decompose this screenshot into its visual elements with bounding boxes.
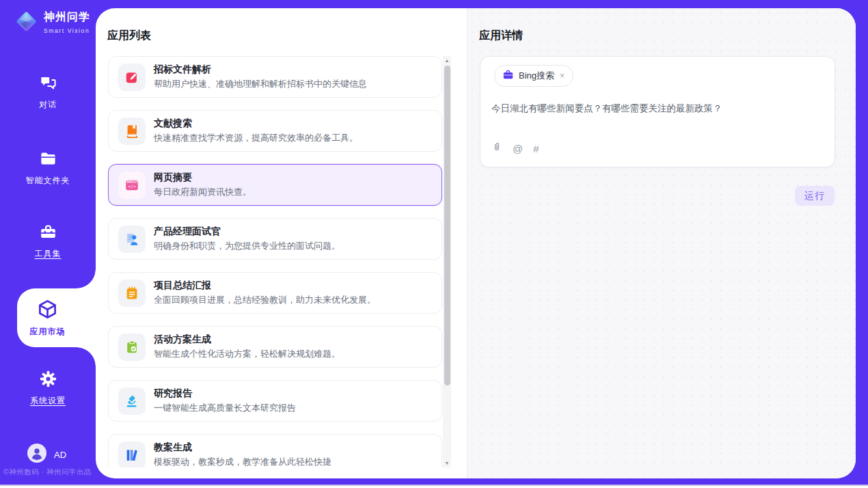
run-button[interactable]: 运行 (795, 186, 835, 206)
app-card-title: 项目总结汇报 (154, 280, 376, 292)
app-card-title: 文献搜索 (154, 118, 358, 130)
app-card-title: 产品经理面试官 (154, 226, 340, 238)
logo-subtitle: Smart Vision (44, 27, 90, 34)
app-detail-panel: 应用详情 Bing搜索 × 今日湖北有哪些新闻要点？有哪些需要关注的最新政策？ (467, 8, 856, 478)
app-card-title: 研究报告 (154, 388, 296, 400)
person-doc-icon (118, 226, 146, 253)
app-card-title: 活动方案生成 (154, 334, 340, 346)
app-card-desc: 模板驱动，教案秒成，教学准备从此轻松快捷 (154, 456, 331, 467)
app-list-scrollbar[interactable]: ▲ ▼ (443, 56, 451, 467)
app-card-desc: 全面回顾项目进展，总结经验教训，助力未来优化发展。 (154, 294, 376, 306)
logo-diamond-icon (14, 9, 39, 37)
scroll-up-icon[interactable]: ▲ (443, 56, 451, 65)
app-card-web-summary[interactable]: </> 网页摘要 每日政府新闻资讯快查。 (108, 164, 442, 206)
tool-tag-label: Bing搜索 (519, 70, 554, 82)
book-icon (118, 118, 146, 145)
app-card-desc: 一键智能生成高质量长文本研究报告 (154, 402, 296, 414)
sidebar-item-toolset[interactable]: 工具集 (0, 223, 96, 260)
books-icon (118, 442, 146, 468)
sidebar-item-label: 对话 (0, 99, 96, 111)
sidebar: 神州问学 Smart Vision 对话 智能文件夹 (0, 0, 96, 485)
copyright-footer: ©神州数码 · 神州问学出品 (3, 467, 96, 477)
query-input-card[interactable]: Bing搜索 × 今日湖北有哪些新闻要点？有哪些需要关注的最新政策？ @ # (480, 56, 835, 167)
app-window: 神州问学 Smart Vision 对话 智能文件夹 (0, 0, 868, 486)
clipboard-check-icon (118, 334, 146, 361)
bubble-curve-bottom (77, 347, 96, 366)
sidebar-item-label: 智能文件夹 (0, 175, 96, 187)
app-card-title: 教案生成 (154, 442, 331, 454)
sidebar-item-label: 应用市场 (30, 326, 66, 338)
scroll-down-icon[interactable]: ▼ (443, 459, 451, 467)
svg-text:</>: </> (128, 184, 136, 189)
sidebar-item-label: 工具集 (0, 248, 96, 260)
logo-title: 神州问学 (44, 11, 90, 23)
input-toolbar: @ # (491, 141, 539, 156)
scrollbar-thumb[interactable] (444, 66, 450, 385)
folder-icon (39, 159, 57, 170)
close-icon[interactable]: × (559, 71, 565, 81)
browser-code-icon: </> (118, 172, 146, 199)
app-card-event-plan[interactable]: 活动方案生成 智能生成个性化活动方案，轻松解决规划难题。 (108, 326, 442, 368)
username: AD (54, 450, 66, 460)
microscope-icon (118, 388, 146, 415)
hash-icon[interactable]: # (533, 143, 539, 154)
toolbox-icon (39, 232, 57, 243)
sidebar-item-chat[interactable]: 对话 (0, 74, 96, 111)
app-card-tender-analysis[interactable]: 招标文件解析 帮助用户快速、准确地理解和解析招标书中的关键信息 (108, 56, 442, 98)
main-content: 应用列表 招标文件解析 帮助用户快速、准确地理解和解析招标书中的关键信息 (96, 8, 856, 478)
app-card-desc: 每日政府新闻资讯快查。 (154, 186, 252, 198)
sidebar-item-app-market[interactable]: 应用市场 (17, 288, 96, 347)
app-card-research-report[interactable]: 研究报告 一键智能生成高质量长文本研究报告 (108, 380, 442, 422)
app-detail-title: 应用详情 (479, 29, 523, 43)
cube-icon (37, 299, 58, 323)
tool-tag-bing-search[interactable]: Bing搜索 × (494, 65, 573, 87)
app-card-desc: 明确身份和职责，为您提供专业性的面试问题。 (154, 240, 340, 252)
edit-square-icon (118, 64, 146, 91)
sidebar-item-label: 系统设置 (0, 395, 96, 407)
app-list-title: 应用列表 (107, 29, 151, 43)
app-card-title: 招标文件解析 (154, 64, 367, 76)
app-card-desc: 帮助用户快速、准确地理解和解析招标书中的关键信息 (154, 78, 367, 90)
sidebar-item-settings[interactable]: 系统设置 (0, 370, 96, 407)
mention-icon[interactable]: @ (513, 143, 523, 154)
briefcase-icon (502, 69, 514, 83)
app-card-literature-search[interactable]: 文献搜索 快速精准查找学术资源，提高研究效率的必备工具。 (108, 110, 442, 152)
app-card-desc: 快速精准查找学术资源，提高研究效率的必备工具。 (154, 132, 358, 144)
gear-icon (39, 379, 57, 390)
app-list-panel: 应用列表 招标文件解析 帮助用户快速、准确地理解和解析招标书中的关键信息 (96, 8, 467, 478)
logo: 神州问学 Smart Vision (14, 9, 96, 37)
app-list: 招标文件解析 帮助用户快速、准确地理解和解析招标书中的关键信息 文献搜索 (108, 56, 442, 467)
app-card-pm-interviewer[interactable]: 产品经理面试官 明确身份和职责，为您提供专业性的面试问题。 (108, 218, 442, 260)
sidebar-item-smart-folder[interactable]: 智能文件夹 (0, 150, 96, 187)
bubble-curve-top (77, 269, 96, 288)
chat-icon (39, 83, 57, 94)
app-card-project-summary[interactable]: 项目总结汇报 全面回顾项目进展，总结经验教训，助力未来优化发展。 (108, 272, 442, 314)
notepad-icon (118, 280, 146, 307)
app-card-lesson-plan[interactable]: 教案生成 模板驱动，教案秒成，教学准备从此轻松快捷 (108, 434, 442, 467)
avatar (27, 444, 46, 465)
app-card-desc: 智能生成个性化活动方案，轻松解决规划难题。 (154, 348, 340, 360)
app-card-title: 网页摘要 (154, 172, 252, 184)
paperclip-icon[interactable] (491, 141, 502, 156)
user-account[interactable]: AD (27, 444, 66, 465)
query-text[interactable]: 今日湖北有哪些新闻要点？有哪些需要关注的最新政策？ (491, 102, 819, 116)
